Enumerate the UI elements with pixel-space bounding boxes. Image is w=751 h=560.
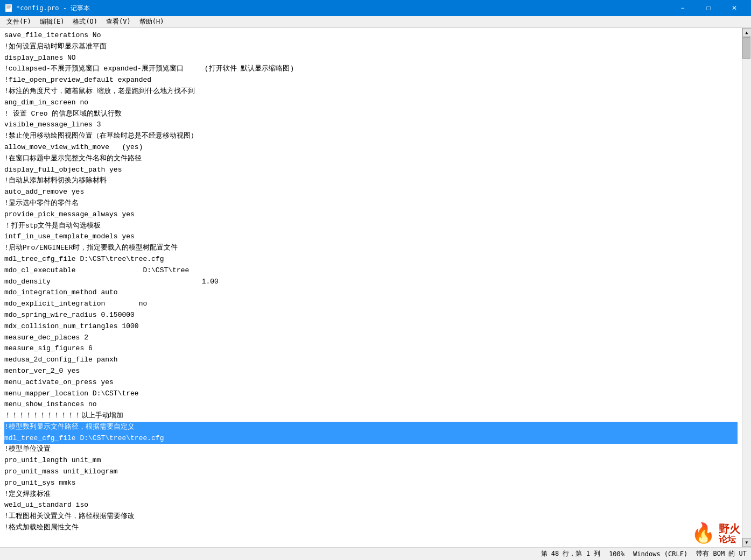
editor-line: !模型数列显示文件路径，根据需要自定义 [4,422,738,433]
editor-line: ！！！！！！！！！！！以上手动增加 [4,410,738,422]
editor-line: display_full_object_path yes [4,165,738,176]
status-encoding: 带有 BOM 的 UT [696,549,747,558]
editor-line: !如何设置启动时即显示基准平面 [4,41,738,53]
editor-line: pro_unit_sys mmks [4,478,738,489]
editor-line: !显示选中零件的零件名 [4,198,738,209]
maximize-button[interactable]: □ [696,0,721,16]
editor-line: ang_dim_in_screen no [4,97,738,109]
editor-line: !工程图相关设置文件，路径根据需要修改 [4,511,738,522]
status-row-col: 第 48 行，第 1 列 [541,549,601,558]
editor-line: pro_unit_length unit_mm [4,455,738,466]
editor-line: intf_in_use_template_models yes [4,231,738,243]
editor-line: mdo_explicit_integration no [4,299,738,310]
editor-line: !定义焊接标准 [4,489,738,500]
editor-line: pro_unit_mass unit_kilogram [4,466,738,478]
editor-line: measure_sig_figures 6 [4,343,738,355]
menu-format[interactable]: 格式(O) [68,16,102,28]
menu-view[interactable]: 查看(V) [102,16,135,28]
menu-help[interactable]: 帮助(H) [135,16,169,28]
editor-line: !file_open_preview_default expanded [4,75,738,86]
editor-line: measure_dec_places 2 [4,332,738,344]
status-line-ending: Windows (CRLF) [633,550,687,558]
title-bar: *config.pro - 记事本 − □ ✕ [0,0,751,16]
scrollbar-track[interactable] [742,37,752,538]
editor-line: !启动Pro/ENGINEER时，指定要载入的模型树配置文件 [4,243,738,254]
editor-line: !在窗口标题中显示完整文件名和的文件路径 [4,153,738,165]
minimize-button[interactable]: − [670,0,695,16]
vertical-scrollbar[interactable]: ▲ ▼ [742,28,751,547]
editor-line: !禁止使用移动绘图视图位置（在草绘时总是不经意移动视图） [4,131,738,142]
editor-line: mdl_tree_cfg_file D:\CST\tree\tree.cfg [4,254,738,265]
editor-line: mdo_cl_executable D:\CST\tree [4,265,738,277]
editor-text-area[interactable]: save_file_iterations No!如何设置启动时即显示基准平面di… [0,28,742,547]
scrollbar-thumb[interactable] [742,37,750,59]
editor-line: menu_activate_on_press yes [4,377,738,388]
status-right: 第 48 行，第 1 列 100% Windows (CRLF) 带有 BOM … [541,549,747,558]
editor-line: auto_add_remove yes [4,187,738,198]
editor-line: save_file_iterations No [4,30,738,41]
editor-line: menu_mapper_location D:\CST\tree [4,388,738,400]
window-title: *config.pro - 记事本 [16,4,670,13]
editor-line: mdo_density 1.00 [4,277,738,288]
menu-edit[interactable]: 编辑(E) [36,16,69,28]
editor-line: menu_show_instances no [4,399,738,410]
editor-line: medusa_2d_config_file panxh [4,355,738,366]
status-zoom: 100% [609,550,624,558]
editor-line: display_planes NO [4,53,738,64]
scrollbar-down-button[interactable]: ▼ [742,538,752,547]
editor-line: mentor_ver_2_0 yes [4,366,738,377]
menu-file[interactable]: 文件(F) [2,16,36,28]
editor-line: mdo_spring_wire_radius 0.150000 [4,310,738,321]
close-button[interactable]: ✕ [722,0,747,16]
editor-line: !标注的角度尺寸，随着鼠标 缩放，老是跑到什么地方找不到 [4,86,738,97]
editor-line: !格式加载绘图属性文件 [4,522,738,534]
editor-line: !collapsed-不展开预览窗口 expanded-展开预览窗口 (打开软件… [4,63,738,75]
editor-line: mdl_tree_cfg_file D:\CST\tree\tree.cfg [4,433,738,444]
editor-line: weld_ui_standard iso [4,500,738,511]
scrollbar-up-button[interactable]: ▲ [742,28,752,37]
editor-line: ! 设置 Creo 的信息区域的默认行数 [4,109,738,120]
editor-line: !自动从添加材料切换为移除材料 [4,175,738,187]
editor-container: save_file_iterations No!如何设置启动时即显示基准平面di… [0,28,751,547]
editor-line: mdo_integration_method auto [4,287,738,299]
app-icon [4,4,13,12]
editor-line: ！打开stp文件是自动勾选模板 [4,221,738,232]
editor-line: !模型单位设置 [4,444,738,455]
status-bar: 第 48 行，第 1 列 100% Windows (CRLF) 带有 BOM … [0,547,751,560]
menu-bar: 文件(F) 编辑(E) 格式(O) 查看(V) 帮助(H) [0,16,751,28]
editor-line: allow_move_view_with_move (yes) [4,142,738,153]
editor-line: mdx_collision_num_triangles 1000 [4,321,738,332]
editor-line: visible_message_lines 3 [4,119,738,131]
window-controls: − □ ✕ [670,0,747,16]
editor-line: provide_pick_message_always yes [4,209,738,221]
